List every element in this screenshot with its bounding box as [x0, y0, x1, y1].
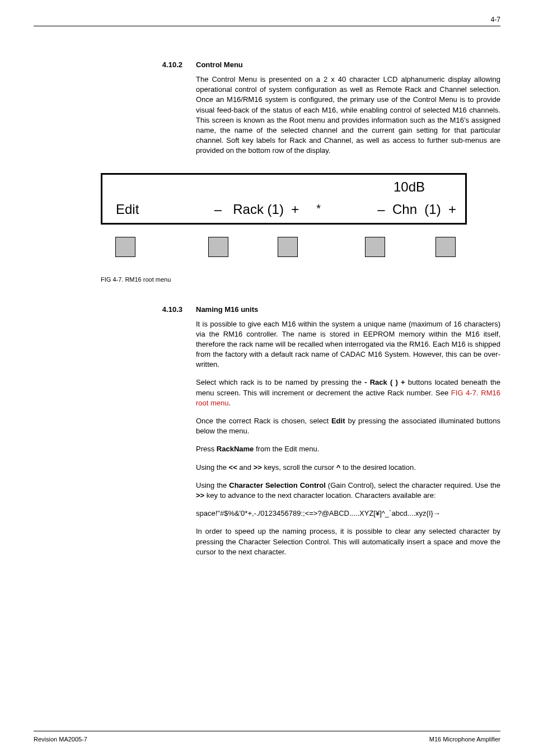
lcd-rack-label: – Rack (1) +: [214, 202, 299, 217]
footer-product: M16 Microphone Amplifier: [429, 736, 500, 743]
text-run: and: [237, 463, 254, 472]
text-run: (Gain Control), select the character req…: [326, 481, 500, 489]
lcd-display: 10dB Edit – Rack (1) + * – Chn (1) +: [101, 173, 467, 225]
bold-text: <<: [229, 463, 237, 472]
section-number: 4.10.2: [34, 60, 196, 69]
softkey-button-5[interactable]: [435, 237, 456, 257]
text-run: key to advance to the next character loc…: [204, 491, 435, 500]
lcd-gain-value: 10dB: [394, 179, 425, 195]
section-title: Naming M16 units: [196, 305, 258, 314]
lcd-star-indicator: *: [316, 202, 321, 215]
paragraph: Using the << and >> keys, scroll the cur…: [196, 463, 500, 473]
page-number: 4-7: [491, 16, 500, 24]
paragraph: In order to speed up the naming process,…: [196, 526, 500, 557]
text-run: from the Edit menu.: [254, 445, 319, 453]
figure-caption: FIG 4-7. RM16 root menu: [101, 276, 500, 283]
footer-revision: Revision MA2005-7: [34, 736, 87, 743]
paragraph: Select which rack is to be named by pres…: [196, 377, 500, 408]
paragraph: The Control Menu is presented on a 2 x 4…: [196, 74, 500, 156]
softkey-button-2[interactable]: [208, 237, 228, 257]
section-heading-control-menu: 4.10.2 Control Menu: [34, 60, 500, 69]
section-title: Control Menu: [196, 60, 243, 69]
softkey-buttons-row: [101, 237, 467, 270]
text-run: .: [229, 399, 231, 407]
paragraph: It is possible to give each M16 within t…: [196, 319, 500, 370]
paragraph: Press RackName from the Edit menu.: [196, 444, 500, 454]
lcd-chn-label: – Chn (1) +: [377, 202, 456, 217]
figure-rm16-root-menu: 10dB Edit – Rack (1) + * – Chn (1) +: [101, 173, 467, 270]
section-number: 4.10.3: [34, 305, 196, 314]
bold-text: >>: [196, 491, 204, 500]
lcd-edit-label: Edit: [116, 202, 139, 217]
rule-top: [34, 26, 500, 26]
softkey-button-4[interactable]: [365, 237, 385, 257]
section-heading-naming-m16: 4.10.3 Naming M16 units: [34, 305, 500, 314]
text-run: Select which rack is to be named by pres…: [196, 378, 364, 386]
paragraph: Using the Character Selection Control (G…: [196, 480, 500, 501]
text-run: Using the: [196, 463, 229, 472]
bold-text: Edit: [331, 417, 345, 425]
paragraph: Once the correct Rack is chosen, select …: [196, 416, 500, 436]
text-run: to the desired location.: [340, 463, 415, 472]
rule-bottom: [34, 731, 500, 731]
paragraph-character-list: space!"#$%&'0*+,-./0123456789:;<=>?@ABCD…: [196, 508, 500, 519]
text-run: Press: [196, 445, 217, 453]
bold-text: Character Selection Control: [229, 481, 326, 489]
bold-text: RackName: [217, 445, 254, 453]
text-run: keys, scroll the cursor: [262, 463, 336, 472]
text-run: Using the: [196, 481, 229, 489]
text-run: Once the correct Rack is chosen, select: [196, 417, 331, 425]
softkey-button-1[interactable]: [115, 237, 135, 257]
softkey-button-3[interactable]: [278, 237, 298, 257]
bold-text: - Rack ( ) +: [364, 378, 405, 386]
bold-text: >>: [254, 463, 262, 472]
